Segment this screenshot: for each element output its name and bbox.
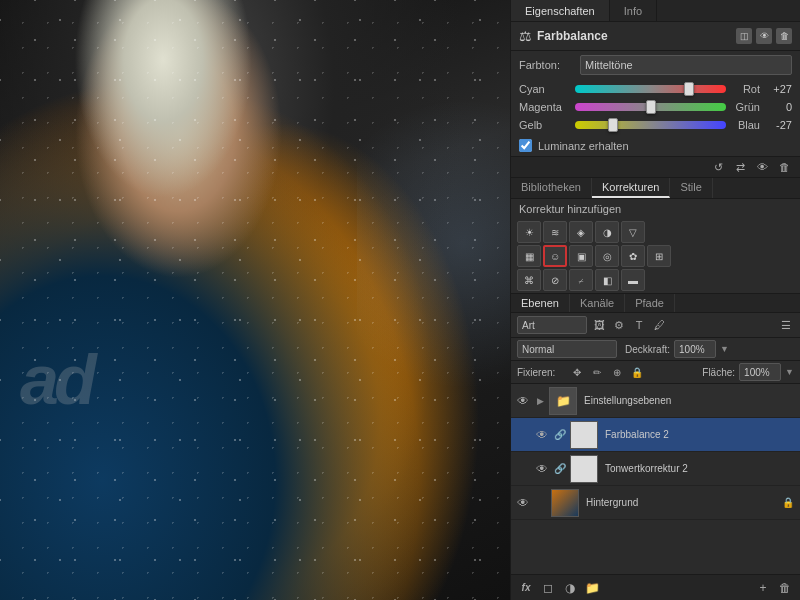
prop-icon-trash[interactable]: 🗑 [776, 159, 792, 175]
gelb-label: Gelb [519, 119, 571, 131]
layer-vis-group[interactable]: 👁 [515, 393, 531, 409]
luminanz-label[interactable]: Luminanz erhalten [538, 140, 629, 152]
kor-btn-threshold[interactable]: ⌿ [569, 269, 593, 291]
kor-btn-vibrance[interactable]: ▽ [621, 221, 645, 243]
flaeche-input[interactable] [739, 363, 781, 381]
kor-btn-bw[interactable]: ▣ [569, 245, 593, 267]
layer-name-hintergrund: Hintergrund [582, 497, 777, 508]
tab-kanaele[interactable]: Kanäle [570, 294, 625, 312]
fold-arrow-group[interactable]: ▶ [534, 395, 546, 407]
layer-group-einstellungsebenen[interactable]: 👁 ▶ 📁 Einstellungsebenen [511, 384, 800, 418]
cyan-rot-row: Cyan Rot +27 [519, 83, 792, 95]
tab-ebenen[interactable]: Ebenen [511, 294, 570, 312]
kor-btn-colorlookup[interactable]: ⊞ [647, 245, 671, 267]
luminanz-checkbox[interactable] [519, 139, 532, 152]
kor-btn-exposure[interactable]: ◑ [595, 221, 619, 243]
kor-btn-channelmixer[interactable]: ✿ [621, 245, 645, 267]
kor-btn-brightness[interactable]: ☀ [517, 221, 541, 243]
layer-vis-hintergrund[interactable]: 👁 [515, 495, 531, 511]
ec-icon-3[interactable]: T [631, 317, 647, 333]
gelb-blau-thumb[interactable] [608, 118, 618, 132]
layer-filter-select[interactable]: Art [517, 316, 587, 334]
lb-icon-folder[interactable]: 📁 [583, 579, 601, 597]
lb-icon-trash[interactable]: 🗑 [776, 579, 794, 597]
layer-vis-tonwert[interactable]: 👁 [534, 461, 550, 477]
farbton-label: Farbton: [519, 59, 574, 71]
kor-btn-hsl[interactable]: ▦ [517, 245, 541, 267]
fix-icon-move[interactable]: ✥ [569, 365, 585, 379]
layer-item-farbbalance[interactable]: 👁 🔗 Farbbalance 2 [511, 418, 800, 452]
cyan-label: Cyan [519, 83, 571, 95]
kor-btn-selectivecolor[interactable]: ▬ [621, 269, 645, 291]
tab-bibliotheken[interactable]: Bibliotheken [511, 178, 592, 198]
kor-btn-curves[interactable]: ◈ [569, 221, 593, 243]
header-icon-trash[interactable]: 🗑 [776, 28, 792, 44]
magenta-gruen-slider[interactable] [575, 103, 726, 111]
lb-icon-adjustment[interactable]: ◑ [561, 579, 579, 597]
layer-thumb-tonwert [570, 455, 598, 483]
luminanz-row: Luminanz erhalten [511, 135, 800, 156]
lb-icon-new[interactable]: + [754, 579, 772, 597]
korrekturen-title: Korrektur hinzufügen [511, 199, 800, 219]
opacity-input[interactable] [674, 340, 716, 358]
prop-icon-eye[interactable]: 👁 [754, 159, 770, 175]
farbbalance-header: ⚖ Farbbalance ◫ 👁 🗑 [511, 22, 800, 51]
blau-label: Blau [730, 119, 760, 131]
layer-vis-farbbalance[interactable]: 👁 [534, 427, 550, 443]
gelb-blau-slider[interactable] [575, 121, 726, 129]
kor-btn-colorbalance[interactable]: ☺ [543, 245, 567, 267]
farbton-row: Farbton: Mitteltöne Schatten Lichter [511, 51, 800, 79]
korrekturen-icons: ☀ ≋ ◈ ◑ ▽ ▦ ☺ ▣ ◎ ✿ ⊞ ⌘ ⊘ ⌿ ◧ ▬ [511, 219, 800, 293]
tab-pfade[interactable]: Pfade [625, 294, 675, 312]
ec-icon-2[interactable]: ⚙ [611, 317, 627, 333]
flaeche-label: Fläche: [702, 367, 735, 378]
layer-link-tonwert: 🔗 [553, 462, 567, 476]
hintergrund-lock: 🔒 [780, 496, 796, 510]
kor-btn-photofilter[interactable]: ◎ [595, 245, 619, 267]
kor-btn-invert[interactable]: ⌘ [517, 269, 541, 291]
gruen-label: Grün [730, 101, 760, 113]
kor-btn-levels[interactable]: ≋ [543, 221, 567, 243]
korrekturen-panel: Bibliotheken Korrekturen Stile Korrektur… [511, 177, 800, 293]
fix-icon-lock[interactable]: 🔒 [629, 365, 645, 379]
tab-korrekturen[interactable]: Korrekturen [592, 178, 670, 198]
gelb-blau-value: -27 [764, 119, 792, 131]
fix-icon-paint[interactable]: ✏ [589, 365, 605, 379]
header-icon-clip[interactable]: ◫ [736, 28, 752, 44]
magenta-gruen-thumb[interactable] [646, 100, 656, 114]
magenta-gruen-row: Magenta Grün 0 [519, 101, 792, 113]
prop-icon-2[interactable]: ⇄ [732, 159, 748, 175]
lb-icon-mask[interactable]: ◻ [539, 579, 557, 597]
ec-icon-toggle[interactable]: ☰ [778, 317, 794, 333]
farbton-select[interactable]: Mitteltöne Schatten Lichter [580, 55, 792, 75]
layer-name-tonwert: Tonwertkorrektur 2 [601, 463, 796, 474]
cyan-rot-thumb[interactable] [684, 82, 694, 96]
ebenen-panel: Ebenen Kanäle Pfade Art 🖼 ⚙ T 🖊 ☰ Normal… [511, 293, 800, 600]
ec-icon-1[interactable]: 🖼 [591, 317, 607, 333]
ec-icon-4[interactable]: 🖊 [651, 317, 667, 333]
tab-eigenschaften[interactable]: Eigenschaften [511, 0, 610, 21]
layer-item-tonwert[interactable]: 👁 🔗 Tonwertkorrektur 2 [511, 452, 800, 486]
layer-name-group: Einstellungsebenen [580, 395, 796, 406]
tab-stile[interactable]: Stile [670, 178, 712, 198]
flaeche-arrow[interactable]: ▼ [785, 367, 794, 377]
kor-row-3: ⌘ ⊘ ⌿ ◧ ▬ [517, 269, 794, 291]
cyan-rot-value: +27 [764, 83, 792, 95]
layer-list: 👁 ▶ 📁 Einstellungsebenen 👁 🔗 Farbbalance… [511, 384, 800, 574]
kor-btn-posterize[interactable]: ⊘ [543, 269, 567, 291]
fixieren-row: Fixieren: ✥ ✏ ⊕ 🔒 Fläche: ▼ [511, 361, 800, 384]
lb-icon-fx[interactable]: fx [517, 579, 535, 597]
header-icon-eye[interactable]: 👁 [756, 28, 772, 44]
cyan-rot-slider[interactable] [575, 85, 726, 93]
image-canvas: ad [0, 0, 510, 600]
layer-thumb-farbbalance [570, 421, 598, 449]
prop-icon-1[interactable]: ↺ [710, 159, 726, 175]
blend-mode-select[interactable]: Normal Multiplizieren Negativ multiplizi… [517, 340, 617, 358]
kor-btn-gradientmap[interactable]: ◧ [595, 269, 619, 291]
opacity-arrow[interactable]: ▼ [720, 344, 729, 354]
fix-icon-position[interactable]: ⊕ [609, 365, 625, 379]
layer-thumb-hintergrund [551, 489, 579, 517]
layer-item-hintergrund[interactable]: 👁 Hintergrund 🔒 [511, 486, 800, 520]
farbbalance-title: Farbbalance [537, 29, 608, 43]
tab-info[interactable]: Info [610, 0, 657, 21]
